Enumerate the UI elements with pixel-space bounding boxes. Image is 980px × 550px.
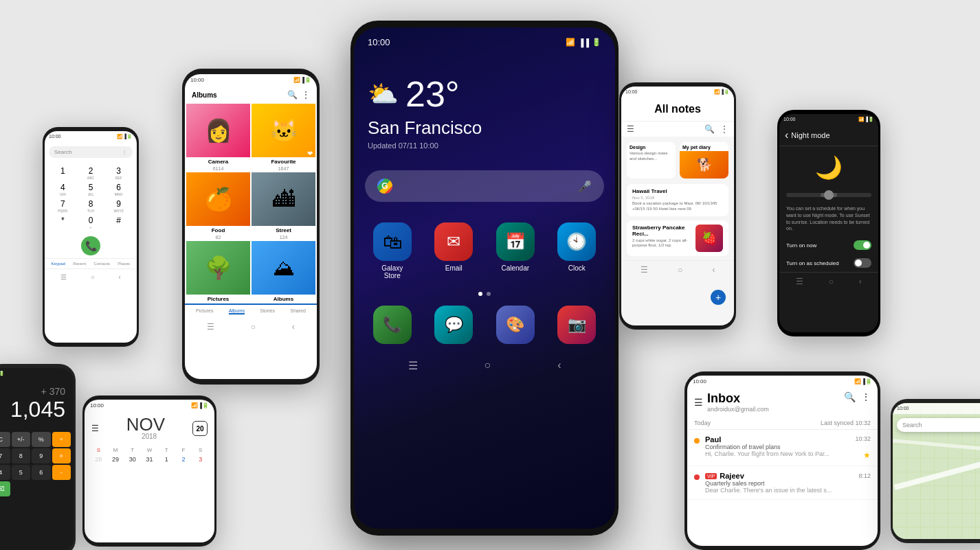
night-nav-back[interactable]: ‹ — [859, 277, 862, 286]
tab-shared[interactable]: Shared — [290, 308, 306, 314]
email-app-icon[interactable] — [434, 222, 473, 261]
dialer-nav-back[interactable]: ‹ — [118, 273, 120, 281]
gallery-nav-home[interactable]: ○ — [251, 322, 256, 332]
google-search-bar[interactable]: G 🎤 — [365, 170, 604, 202]
album-street[interactable]: 🏙 Street 124 — [252, 172, 315, 240]
nav-home-btn[interactable]: ○ — [485, 359, 491, 372]
notes-nav-recent[interactable]: ☰ — [641, 265, 648, 275]
galaxy-store-icon[interactable] — [373, 222, 412, 261]
nav-back-btn[interactable]: ‹ — [557, 359, 561, 372]
app-camera[interactable] — [550, 306, 605, 344]
app-phone[interactable] — [365, 306, 420, 344]
cal-day-30[interactable]: 30 — [124, 455, 141, 464]
night-nav-recent[interactable]: ☰ — [796, 277, 803, 286]
calc-btn-sign[interactable]: +/- — [12, 432, 31, 447]
email-hamburger-icon[interactable]: ☰ — [694, 397, 703, 408]
cal-day-2[interactable]: 2 — [175, 455, 192, 464]
notes-more-icon[interactable]: ⋮ — [720, 124, 728, 134]
calc-btn-7[interactable]: 7 — [0, 448, 10, 463]
notes-search-icon[interactable]: 🔍 — [704, 124, 715, 134]
note-card-pet[interactable]: My pet diary 🐕 — [680, 142, 728, 179]
calc-btn-9[interactable]: 9 — [32, 448, 51, 463]
call-button[interactable]: 📞 — [81, 236, 100, 255]
app-bixby[interactable] — [488, 306, 543, 344]
app-clock[interactable]: Clock — [550, 222, 605, 279]
clock-app-icon[interactable] — [557, 222, 596, 261]
album-food[interactable]: 🍊 Food 82 — [186, 172, 250, 240]
hamburger-icon[interactable]: ☰ — [627, 124, 634, 134]
key-9[interactable]: 9WXYZ — [106, 199, 131, 213]
dialer-search-bar[interactable]: Search ⋮ — [49, 146, 133, 158]
note-strawberry[interactable]: Strawberry Pancake Reci... 2 cups white … — [627, 220, 728, 256]
cal-day-1[interactable]: 1 — [158, 455, 175, 464]
tab-albums[interactable]: Albums — [229, 308, 245, 314]
key-8[interactable]: 8TUV — [78, 199, 104, 213]
calc-btn-5[interactable]: 5 — [12, 465, 31, 480]
app-calendar[interactable]: Calendar — [488, 222, 543, 279]
note-hawaii[interactable]: Hawaii Travel Nov 5, 2018 Book a vacatio… — [627, 184, 728, 216]
calendar-app-icon[interactable] — [496, 222, 535, 261]
calc-btn-clear[interactable]: C — [0, 432, 10, 447]
calc-btn-subtract[interactable]: - — [52, 465, 71, 480]
key-6[interactable]: 6MNO — [106, 183, 131, 196]
tab-contacts[interactable]: Contacts — [93, 262, 110, 266]
album-favourite[interactable]: 🐱 ❤ Favourite 1647 — [252, 104, 315, 171]
cal-day-31[interactable]: 31 — [141, 455, 158, 464]
album-pictures[interactable]: 🌳 Pictures — [186, 241, 250, 303]
cal-day-28[interactable]: 28 — [90, 455, 107, 464]
tab-recent[interactable]: Recent — [73, 262, 86, 266]
tab-keypad[interactable]: Keypad — [52, 262, 65, 266]
notes-nav-back[interactable]: ‹ — [712, 265, 715, 275]
search-icon[interactable]: 🔍 — [287, 90, 298, 100]
key-hash[interactable]: # — [106, 216, 131, 229]
key-star[interactable]: * — [50, 216, 76, 229]
gallery-nav-back[interactable]: ‹ — [292, 322, 295, 332]
dialer-nav-home[interactable]: ○ — [91, 273, 95, 281]
camera-app-icon[interactable] — [557, 306, 596, 344]
calc-btn-4[interactable]: 4 — [0, 465, 10, 480]
turn-on-now-toggle[interactable] — [854, 240, 871, 250]
calc-btn-percent[interactable]: % — [32, 432, 51, 447]
more-icon[interactable]: ⋮ — [302, 90, 310, 100]
more-icon[interactable]: ⋮ — [122, 149, 127, 155]
note-card-design[interactable]: Design Various design notes and sketches… — [627, 142, 676, 179]
email-item-rajeev[interactable]: VIP Rajeev 8:12 Quarterly sales report D… — [687, 466, 878, 500]
app-email[interactable]: Email — [427, 222, 482, 279]
calc-btn-backspace[interactable]: ⌫ — [0, 481, 10, 496]
album-camera[interactable]: 👩 Camera 6114 — [186, 104, 250, 171]
app-messages[interactable] — [427, 306, 482, 344]
messages-app-icon[interactable] — [434, 306, 473, 344]
cal-day-3[interactable]: 3 — [192, 455, 209, 464]
page-dot-1[interactable] — [478, 292, 482, 296]
scheduled-toggle[interactable] — [854, 258, 871, 268]
add-note-button[interactable]: + — [711, 290, 726, 305]
calc-btn-multiply[interactable]: × — [52, 448, 71, 463]
gallery-nav-recent[interactable]: ☰ — [207, 322, 214, 332]
album-mountain[interactable]: ⛰ Albums — [252, 241, 315, 303]
email-item-paul[interactable]: Paul 10:32 Confirmation of travel plans … — [687, 430, 878, 466]
calc-btn-divide[interactable]: ÷ — [52, 432, 71, 447]
tab-places[interactable]: Places — [118, 262, 130, 266]
back-icon[interactable]: ‹ — [785, 129, 788, 141]
tab-stories[interactable]: Stories — [260, 308, 275, 314]
map-search-bar[interactable]: Search — [897, 418, 980, 432]
cal-day-29[interactable]: 29 — [107, 455, 124, 464]
tab-pictures[interactable]: Pictures — [196, 308, 213, 314]
slider-thumb[interactable] — [824, 190, 834, 200]
key-7[interactable]: 7PQRS — [50, 199, 76, 213]
calc-btn-6[interactable]: 6 — [32, 465, 51, 480]
cal-hamburger-icon[interactable]: ☰ — [91, 424, 99, 433]
phone-app-icon[interactable] — [373, 306, 412, 344]
page-dot-2[interactable] — [487, 292, 491, 296]
key-1[interactable]: 1 — [50, 166, 76, 180]
dialer-nav-recent[interactable]: ☰ — [60, 273, 67, 281]
calc-btn-8[interactable]: 8 — [12, 448, 31, 463]
brightness-slider[interactable] — [786, 193, 871, 197]
email-search-icon[interactable]: 🔍 — [844, 391, 856, 402]
cal-today-badge[interactable]: 20 — [192, 421, 208, 436]
key-2[interactable]: 2ABC — [78, 166, 104, 180]
nav-recent-btn[interactable]: ☰ — [408, 359, 418, 372]
notes-nav-home[interactable]: ○ — [678, 265, 682, 275]
key-3[interactable]: 3DEF — [106, 166, 131, 180]
night-nav-home[interactable]: ○ — [829, 277, 834, 286]
